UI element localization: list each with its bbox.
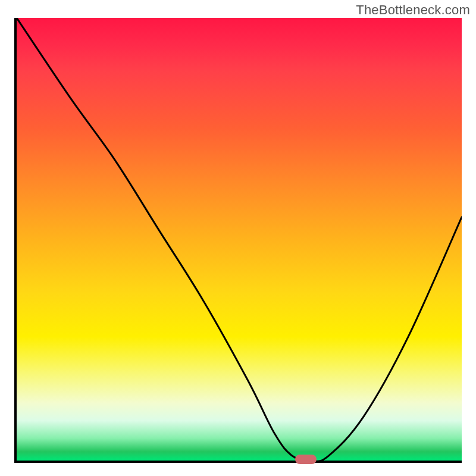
chart-container: TheBottleneck.com [0,0,476,476]
chart-frame [14,18,462,463]
bottleneck-curve-line [17,18,462,461]
watermark-text: TheBottleneck.com [356,2,470,18]
optimum-marker [295,455,317,464]
